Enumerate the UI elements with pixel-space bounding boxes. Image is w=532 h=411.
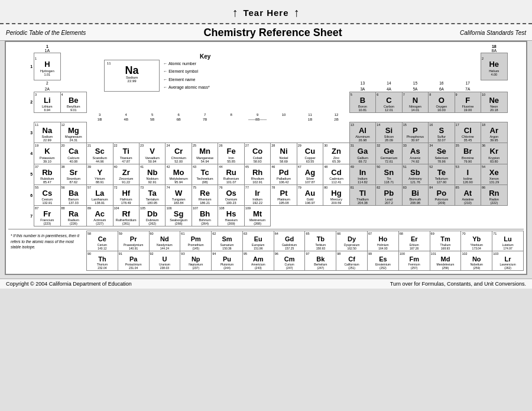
element-Es: 99 Es Einsteinium (252): [368, 251, 399, 270]
element-O: 8 O Oxygen 16.00: [429, 92, 455, 112]
period-label-7: 7: [8, 206, 34, 226]
element-As: 33 As Arsenic 74.92: [402, 143, 428, 164]
empty: [271, 206, 507, 226]
period-label-3: 3: [8, 122, 34, 143]
element-Rb: 37 Rb Rubidium 85.47: [34, 164, 60, 185]
empty: [455, 44, 481, 48]
element-Fe: 26 Fe Iron 55.85: [218, 143, 244, 164]
empty: [429, 53, 455, 80]
element-Pm: 61 Pm Promethium (145): [180, 231, 212, 251]
empty: [481, 80, 507, 86]
empty: [87, 92, 350, 112]
element-Fm: 100 Fm Fermium (257): [398, 251, 430, 270]
group-letter-row: 1A 8A: [8, 48, 524, 53]
element-Rh: 45 Rh Rhodium 102.91: [244, 164, 270, 185]
period-1: 1 1 H Hydrogen 1.01 Key 11 Na: [8, 53, 524, 80]
key-area: Key 11 Na Sodium 22.99 ← Atomic number← …: [60, 53, 349, 92]
period-label-2: 2: [8, 92, 34, 112]
empty: [402, 48, 428, 53]
element-Cm: 96 Cm Curium (247): [274, 251, 305, 270]
group-1: 1: [34, 44, 60, 48]
element-Xe: 54 Xe Xenon 131.29: [481, 164, 507, 185]
element-Er: 68 Er Erbium 167.26: [398, 231, 430, 251]
group-num-row: 1 18: [8, 44, 524, 48]
empty: [8, 86, 34, 92]
empty: [60, 48, 86, 53]
g14: 14: [376, 80, 402, 86]
g5a: 5A: [402, 86, 428, 92]
period-4: 4 19 K Potassium 39.10 20 Ca Calcium 40.…: [8, 143, 524, 164]
periodic-table: 1 18 1A 8A: [8, 44, 524, 271]
element-Tm: 69 Tm Thulium 168.93: [430, 231, 461, 251]
group-18: 18: [481, 44, 507, 48]
element-Co: 27 Co Cobalt 58.93: [244, 143, 270, 164]
empty: [376, 53, 402, 80]
empty: [34, 112, 60, 117]
group-letters-3: 3B 4B 5B 6B 7B ——8B—— 1B 2B: [8, 117, 524, 122]
element-Nd: 60 Nd Neodymium 144.24: [149, 231, 180, 251]
element-S: 16 S Sulfur 32.07: [429, 122, 455, 143]
element-Cd: 48 Cd Cadmium 112.41: [323, 164, 349, 185]
element-Lu: 71 Lu Lutetium 174.97: [492, 231, 524, 251]
element-Po: 84 Po Polonium (209): [429, 185, 455, 205]
g7b: 7B: [192, 117, 218, 122]
element-Cl: 17 Cl Chlorine 35.45: [455, 122, 481, 143]
g4: 4: [113, 112, 139, 117]
element-Ne: 10 Ne Neon 20.18: [481, 92, 507, 112]
empty: [455, 48, 481, 53]
element-Mt: 109 Mt Meitnerium (268): [244, 206, 270, 226]
element-Mg: 12 Mg Magnesium 24.31: [60, 122, 86, 143]
element-Ge: 32 Ge Germanium 72.61: [376, 143, 402, 164]
element-Cs: 55 Cs Cesium 132.91: [34, 185, 60, 205]
tear-arrow-left: ↑: [232, 6, 238, 20]
element-Pu: 94 Pu Plutonium (244): [212, 251, 243, 270]
pt-table: 1 18 1A 8A: [8, 44, 524, 226]
key-title: Key: [104, 53, 306, 60]
element-Fr: 87 Fr Francium (223): [34, 206, 60, 226]
element-Th: 90 Th Thorium 232.04: [87, 251, 118, 270]
header-left: Periodic Table of the Elements: [6, 30, 86, 36]
element-Os: 76 Os Osmium 190.23: [218, 185, 244, 205]
g3b: 3B: [87, 117, 113, 122]
element-U: 92 U Uranium 238.03: [149, 251, 180, 270]
group-1a: 1A: [34, 48, 60, 53]
footer: Copyright © 2004 California Department o…: [0, 279, 532, 289]
element-Sr: 38 Sr Strontium 87.62: [60, 164, 86, 185]
g9: 9: [244, 112, 270, 117]
element-Ce: 58 Ce Cerium 140.12: [87, 231, 118, 251]
empty: [8, 112, 34, 117]
g6a: 6A: [429, 86, 455, 92]
element-Rn: 86 Rn Radon (222): [481, 185, 507, 205]
element-Am: 95 Am Americium (243): [242, 251, 274, 270]
element-Lr: 103 Lr Lawrencium (262): [492, 251, 524, 270]
element-Li: 3 Li Lithium 6.94: [34, 92, 60, 112]
element-I: 53 I Iodine 126.90: [455, 164, 481, 185]
element-Sm: 62 Sm Samarium 150.36: [212, 231, 243, 251]
lanthanide-actinide-section: 58 Ce Cerium 140.12 59 Pr Praseodymium 1…: [86, 231, 524, 271]
g6b: 6B: [166, 117, 192, 122]
g6: 6: [166, 112, 192, 117]
element-Pb: 82 Pb Lead 207.2: [376, 185, 402, 205]
element-Tb: 65 Tb Terbium 158.93: [305, 231, 336, 251]
lanthanide-row: 58 Ce Cerium 140.12 59 Pr Praseodymium 1…: [87, 231, 524, 251]
element-Al: 13 Al Aluminum 26.98: [349, 122, 375, 143]
element-Ag: 47 Ag Silver 107.87: [297, 164, 323, 185]
empty: [60, 44, 86, 48]
element-Pt: 78 Pt Platinum 195.08: [271, 185, 297, 205]
g2a: 2A: [34, 86, 60, 92]
element-Bk: 97 Bk Berkelium (247): [305, 251, 336, 270]
g15: 15: [402, 80, 428, 86]
element-Hg: 80 Hg Mercury 200.59: [323, 185, 349, 205]
group-nums-3: 3 4 5 6 7 8 9 10 11 12: [8, 112, 524, 117]
element-Np: 93 Np Neptunium (237): [180, 251, 212, 270]
g2b: 2B: [323, 117, 349, 122]
empty: [349, 44, 375, 48]
element-Dy: 66 Dy Dysprosium 162.50: [336, 231, 368, 251]
element-No: 102 No Nobelium (259): [461, 251, 492, 270]
period-2: 2 3 Li Lithium 6.94 4 Be Beryllium 9.01 …: [8, 92, 524, 112]
element-Ni: 28 Ni Nickel 58.69: [271, 143, 297, 164]
period-3: 3 11 Na Sodium 22.99 12 Mg Magnesium 24.…: [8, 122, 524, 143]
element-Bi: 83 Bi Bismuth 208.98: [402, 185, 428, 205]
empty: [87, 122, 350, 143]
element-Md: 101 Md Mendelevium (258): [430, 251, 461, 270]
